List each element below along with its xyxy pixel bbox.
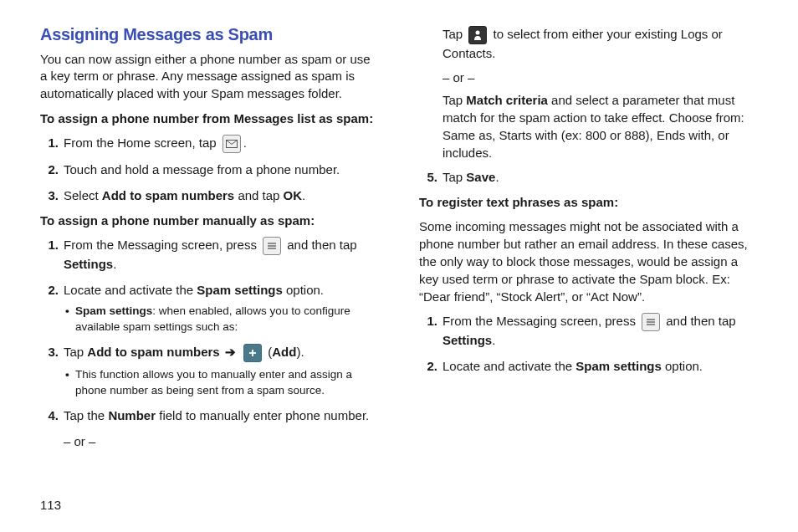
- step-item: 1. From the Messaging screen, press and …: [437, 312, 758, 350]
- step-text: option.: [662, 359, 703, 373]
- step-item: 1. From the Home screen, tap .: [59, 134, 379, 153]
- step-number: 4.: [40, 407, 59, 425]
- step-text: and then tap: [662, 314, 736, 328]
- step-text: .: [113, 257, 116, 271]
- or-divider: – or –: [64, 432, 379, 450]
- or-divider: – or –: [442, 69, 758, 86]
- step-item: 4. Tap the Number field to manually ente…: [59, 407, 379, 425]
- step-text: (: [264, 345, 272, 359]
- step-text: .: [492, 333, 495, 347]
- arrow-icon: ➔: [225, 343, 236, 361]
- bold-text: OK: [284, 188, 303, 202]
- step-item: 2. Touch and hold a message from a phone…: [59, 161, 379, 179]
- svg-point-6: [476, 31, 480, 35]
- bullet-item: This function allows you to manually ent…: [64, 367, 379, 399]
- step-item: 3. Tap Add to spam numbers ➔ (Add). This…: [59, 343, 379, 399]
- steps-list-2: 1. From the Messaging screen, press and …: [40, 236, 379, 425]
- step-text: Locate and activate the: [442, 359, 575, 373]
- step-item: 1. From the Messaging screen, press and …: [59, 236, 379, 274]
- menu-icon: [642, 313, 660, 331]
- steps-list-2-cont: 5. Tap Save.: [419, 168, 758, 187]
- page-number: 113: [40, 498, 61, 512]
- bold-text: Settings: [64, 257, 113, 271]
- step-text: Tap: [64, 345, 87, 359]
- step-item: 2. Locate and activate the Spam settings…: [59, 281, 379, 336]
- bullet-list: Spam settings: when enabled, allows you …: [64, 304, 379, 335]
- step-text: option.: [283, 283, 324, 297]
- bold-text: Spam settings: [575, 359, 662, 373]
- step-number: 5.: [419, 168, 437, 187]
- step-text: and then tap: [284, 238, 357, 252]
- step-text: Select: [64, 188, 102, 202]
- page-content: Assigning Messages as Spam You can now a…: [40, 25, 758, 452]
- sub-paragraph: Tap to select from either your existing …: [442, 25, 758, 62]
- step-text: [220, 345, 223, 359]
- step-number: 3.: [40, 187, 59, 205]
- step-text: and tap: [234, 188, 283, 202]
- step-text: .: [243, 136, 247, 150]
- step-text: .: [302, 188, 305, 202]
- step-item: 5. Tap Save.: [437, 168, 758, 187]
- steps-list-3: 1. From the Messaging screen, press and …: [419, 312, 758, 376]
- step-text: From the Messaging screen, press: [64, 238, 260, 252]
- bold-text: Number: [108, 408, 156, 422]
- step-text: ).: [296, 345, 304, 359]
- step-text: field to manually enter phone number.: [156, 408, 369, 422]
- step-text: Tap: [442, 93, 466, 107]
- bullet-text: This function allows you to manually ent…: [75, 368, 352, 396]
- intro-paragraph: You can now assign either a phone number…: [40, 51, 379, 102]
- bold-text: Spam settings: [197, 283, 283, 297]
- step-number: 1.: [40, 236, 59, 254]
- messaging-icon: [223, 135, 241, 153]
- step-number: 3.: [40, 343, 59, 361]
- step-text: Tap: [442, 27, 466, 41]
- bullet-list: This function allows you to manually ent…: [64, 367, 379, 399]
- step-text: Tap the: [64, 408, 108, 422]
- bold-text: Add to spam numbers: [87, 345, 219, 359]
- contact-icon: [468, 26, 487, 44]
- step-text: From the Home screen, tap: [64, 136, 220, 150]
- bold-text: Save: [466, 170, 495, 184]
- bold-text: Spam settings: [75, 304, 152, 317]
- subheading-2: To assign a phone number manually as spa…: [40, 212, 379, 229]
- sub-paragraph: Tap Match criteria and select a paramete…: [442, 91, 758, 161]
- step-text: From the Messaging screen, press: [442, 314, 639, 328]
- step-item: 2. Locate and activate the Spam settings…: [437, 357, 758, 376]
- bold-text: Add: [272, 345, 296, 359]
- bold-text: Add to spam numbers: [102, 188, 234, 202]
- bold-text: Match criteria: [466, 93, 548, 107]
- step-number: 1.: [40, 134, 59, 152]
- step-number: 1.: [419, 312, 437, 330]
- step-text: .: [495, 170, 499, 184]
- step-text: Locate and activate the: [64, 283, 197, 297]
- step-number: 2.: [419, 357, 437, 376]
- step-number: 2.: [40, 281, 59, 299]
- step-text: Tap: [442, 170, 466, 184]
- section-heading: Assigning Messages as Spam: [40, 25, 379, 44]
- step-number: 2.: [40, 161, 59, 179]
- bold-text: Settings: [442, 333, 492, 347]
- steps-list-1: 1. From the Home screen, tap . 2. Touch …: [40, 134, 379, 205]
- bullet-item: Spam settings: when enabled, allows you …: [64, 304, 379, 335]
- subheading-1: To assign a phone number from Messages l…: [40, 110, 379, 127]
- subheading-3: To register text phrases as spam:: [419, 194, 758, 211]
- plus-icon: [243, 344, 262, 362]
- step-text: Touch and hold a message from a phone nu…: [64, 162, 340, 176]
- menu-icon: [263, 237, 281, 255]
- step-item: 3. Select Add to spam numbers and tap OK…: [59, 187, 379, 205]
- body-paragraph: Some incoming messages might not be asso…: [419, 217, 758, 305]
